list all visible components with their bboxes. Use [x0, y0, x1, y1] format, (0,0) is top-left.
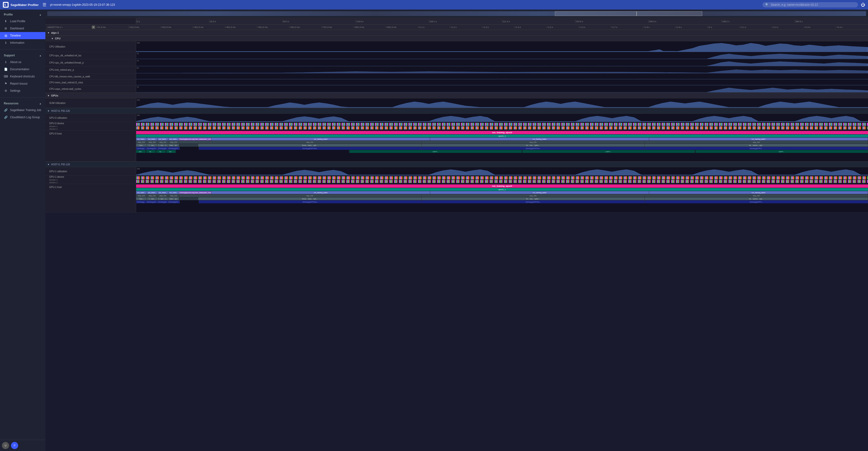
algo-section-label: algo-1 — [51, 31, 59, 34]
sidebar-item-timeline[interactable]: ▤ Timeline — [0, 32, 45, 39]
sidebar-profile-header[interactable]: Profile ▲ — [0, 11, 45, 18]
steps-row: step_229 step_230 step_231 step_232 step… — [136, 141, 868, 144]
offset-2: +251.9 ms — [160, 26, 192, 28]
track-label-gpu1-util: GPU-1 utilization — [45, 167, 136, 175]
sidebar-item-documentation[interactable]: 📄 Documentation — [0, 66, 45, 73]
support-chevron-icon: ▲ — [39, 54, 41, 57]
ruler-tick-4: 169.1 s — [429, 20, 502, 23]
no-data-line-mem — [136, 85, 868, 85]
time-offset-bar: 1684557764 s + ✕ +51.9 ms +151.9 ms +251… — [45, 25, 868, 30]
stream1-bars — [136, 123, 868, 126]
track-viz-sum-util[interactable]: 100 — [136, 98, 868, 108]
sidebar-load-profile-label: Load Profile — [10, 20, 25, 23]
minimap-bar — [45, 9, 868, 18]
track-label-gpu1-device: GPU-1 device stream 1 stream 2 — [45, 176, 136, 184]
track-gpu1-util: GPU-1 utilization 100 — [45, 167, 868, 176]
sidebar-about-label: About us — [10, 60, 21, 64]
track-gpu1-device: GPU-1 device stream 1 stream 2 — [45, 176, 868, 184]
gpu1-run-training-steps-row: run_traini... run_traini... run_traini..… — [136, 191, 868, 194]
track-label-sum-util: SUM Utilization — [45, 98, 136, 108]
sidebar-divider-2 — [0, 97, 45, 97]
track-label-gpu1-host: GPU-1 host — [45, 184, 136, 212]
track-viz-gpu0-host[interactable]: run_training_epoch epoch_1 run_traini...… — [136, 130, 868, 161]
sidebar-training-label: SageMaker Training Job — [10, 109, 41, 112]
resources-chevron-icon: ▲ — [39, 102, 41, 105]
track-sum-util: SUM Utilization 100 — [45, 98, 868, 108]
track-viz-cpu-itlb[interactable] — [136, 73, 868, 79]
track-viz-cpu-clk-thread[interactable]: 75 — [136, 59, 868, 66]
keyboard-icon: ⌨ — [4, 74, 8, 78]
step-235: step_235 — [422, 141, 645, 144]
sidebar-item-training-job[interactable]: 🔗 SageMaker Training Job — [0, 107, 45, 114]
step-230: step_230 — [147, 141, 158, 144]
track-label-cpu-util: CPU Utilization — [45, 41, 136, 52]
step-chip: run_traini... — [168, 138, 179, 141]
page-title: pt-resnet-smopy-1xg4dn-2023-05-19-23-07-… — [50, 3, 760, 6]
sidebar-resources-label: Resources — [4, 102, 19, 105]
track-cpu-mem-load: CPU-mem_load_retired.l3_miss — [45, 80, 868, 86]
offset-10: +1.1 s — [418, 26, 450, 28]
sidebar-settings-label: Settings — [10, 89, 20, 92]
step-236: step_236 — [645, 141, 868, 144]
time-offset-close-button[interactable]: ✕ — [92, 26, 95, 29]
timeline-tracks[interactable]: ▼ algo-1 ▼ CPU CPU Utilization 100 — [45, 30, 868, 451]
ruler-tick-0: 0 s — [136, 20, 209, 23]
track-viz-gpu0-util[interactable]: 100 — [136, 114, 868, 122]
ruler-tick-5: 211.4 s — [502, 20, 575, 23]
sidebar-item-report-issues[interactable]: ⚑ Report issuus — [0, 80, 45, 87]
power-button[interactable]: ⏻ — [861, 2, 865, 7]
sidebar-item-dashboard[interactable]: ⊞ Dashboard — [0, 25, 45, 32]
track-label-cpu-uops: CPU-uops_retired.stall_cycles — [45, 86, 136, 92]
offset-8: +851.9 ms — [353, 26, 385, 28]
sidebar-item-cloudwatch[interactable]: 🔗 CloudWatch Log Group — [0, 114, 45, 121]
track-viz-cpu-util[interactable]: 100 — [136, 41, 868, 52]
track-viz-cpu-mem[interactable] — [136, 80, 868, 85]
track-label-gpu0-util: GPU-0 utilization — [45, 114, 136, 122]
track-viz-cpu-uops[interactable]: 75 — [136, 86, 868, 92]
upload-icon: ⬆ — [4, 19, 8, 23]
host1-pid-header[interactable]: ▼ HOST-0, PID-128 — [45, 161, 868, 167]
ruler-tick-6: 253.6 s — [575, 20, 648, 23]
track-label-gpu0-host: GPU-0 host — [45, 130, 136, 161]
sidebar-item-about[interactable]: ℹ About us — [0, 59, 45, 66]
cpu-section-header[interactable]: ▼ CPU — [45, 36, 868, 41]
track-viz-gpu1-util[interactable]: 100 — [136, 167, 868, 175]
sidebar-resources-header[interactable]: Resources ▲ — [0, 100, 45, 107]
gpu-section-header[interactable]: ▼ GPUs — [45, 93, 868, 98]
run-training-steps-row: run_traini... run_traini... run_traini..… — [136, 138, 868, 141]
hamburger-button[interactable]: ☰ — [41, 1, 47, 8]
host0-pid-header[interactable]: ▼ HOST-0, PID-126 — [45, 108, 868, 114]
track-label-cpu-clk-thread: CPU-cpu_clk_unhalted.thread_p — [45, 59, 136, 66]
cpu-arrow-icon: ▼ — [51, 37, 54, 40]
cloudwatch-link-icon: 🔗 — [4, 115, 8, 119]
topbar: S SageMaker Profiler ☰ pt-resnet-smopy-1… — [0, 0, 868, 9]
user-avatar[interactable]: U — [2, 442, 9, 449]
track-viz-cpu-clk-ref[interactable]: 75 — [136, 52, 868, 59]
sidebar-cloudwatch-label: CloudWatch Log Group — [10, 116, 40, 119]
track-viz-gpu1-host[interactable]: run_training_epoch epoch_1 run_traini...… — [136, 184, 868, 212]
doc-icon: 📄 — [4, 67, 8, 71]
sidebar-item-settings[interactable]: ⚙ Settings — [0, 87, 45, 94]
algo-section-header[interactable]: ▼ algo-1 — [45, 30, 868, 36]
offset-23: +2.4 s — [836, 26, 868, 28]
search-icon: 🔍 — [765, 3, 769, 6]
sidebar-support-header[interactable]: Support ▲ — [0, 52, 45, 59]
track-viz-gpu0-device[interactable] — [136, 122, 868, 130]
sidebar-divider-1 — [0, 49, 45, 50]
step-232: step_232 — [168, 141, 179, 144]
sidebar-item-information[interactable]: ℹ Information — [0, 39, 45, 46]
sidebar-item-load-profile[interactable]: ⬆ Load Profile — [0, 18, 45, 25]
track-viz-cpu-inst[interactable]: 50 — [136, 66, 868, 73]
search-bar[interactable]: 🔍 — [763, 2, 858, 7]
sidebar-item-keyboard-shortcuts[interactable]: ⌨ Keyboard shortcuts — [0, 73, 45, 80]
timeline-icon: ▤ — [4, 34, 8, 37]
user-avatar-2[interactable]: P — [11, 442, 18, 449]
search-input[interactable] — [771, 3, 855, 6]
minimap-highlight[interactable] — [555, 11, 702, 16]
offset-19: +2 s — [707, 26, 740, 28]
track-label-cpu-clk-ref: CPU-cpu_clk_unhalted.ref_tsc — [45, 52, 136, 59]
minimap-cursor — [636, 11, 637, 16]
sidebar-bottom: U P — [0, 440, 45, 451]
stream1-label: stream 1 — [49, 125, 58, 127]
track-viz-gpu1-device[interactable] — [136, 176, 868, 184]
